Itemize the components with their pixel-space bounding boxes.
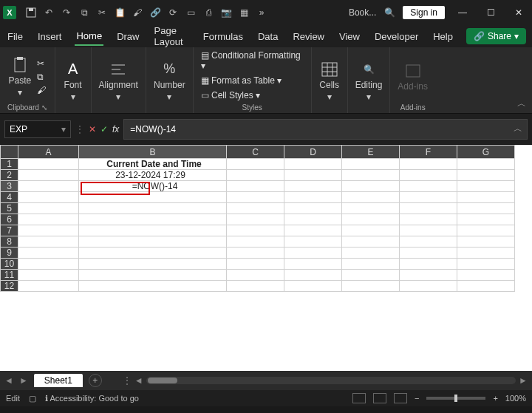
zoom-slider[interactable] [426, 397, 485, 400]
zoom-out-button[interactable]: − [415, 394, 419, 403]
editing-button[interactable]: 🔍 Editing ▾ [355, 61, 383, 102]
cell[interactable] [79, 281, 227, 292]
tab-insert[interactable]: Insert [36, 28, 64, 45]
maximize-button[interactable]: ☐ [480, 2, 501, 23]
cell[interactable] [400, 248, 457, 259]
cell[interactable] [400, 181, 457, 192]
cell[interactable] [457, 181, 515, 192]
cell[interactable] [400, 236, 457, 248]
row-header-2[interactable]: 2 [1, 170, 18, 181]
cell[interactable] [284, 248, 342, 259]
paste-icon[interactable]: 📋 [114, 7, 126, 18]
scroll-right-icon[interactable]: ► [519, 375, 528, 386]
cell[interactable] [227, 181, 284, 192]
cell[interactable] [342, 203, 400, 214]
cell[interactable] [284, 181, 342, 192]
row-header-10[interactable]: 10 [1, 259, 18, 270]
conditional-formatting-button[interactable]: ▤ Conditional Formatting ▾ [201, 50, 304, 71]
print-icon[interactable]: ⎙ [202, 7, 214, 18]
more-icon[interactable]: » [256, 7, 267, 18]
cell[interactable] [400, 203, 457, 214]
dialog-launcher-icon[interactable]: ⤡ [41, 103, 47, 112]
redo-icon[interactable]: ↷ [61, 7, 72, 18]
cell[interactable] [227, 214, 284, 225]
sheet-area[interactable]: A B C D E F G 1Current Date and Time 223… [0, 145, 532, 371]
cell[interactable] [227, 159, 284, 170]
cell[interactable] [284, 225, 342, 236]
alignment-button[interactable]: Alignment ▾ [99, 61, 138, 102]
cell[interactable] [18, 214, 79, 225]
cell[interactable] [284, 259, 342, 270]
col-header-c[interactable]: C [227, 146, 284, 159]
cell[interactable] [284, 192, 342, 203]
cell[interactable] [284, 214, 342, 225]
tab-help[interactable]: Help [432, 28, 454, 45]
macro-record-icon[interactable]: ▢ [29, 394, 36, 403]
tab-page-layout[interactable]: Page Layout [153, 22, 190, 50]
cell[interactable] [400, 192, 457, 203]
cell[interactable] [342, 192, 400, 203]
cell[interactable] [227, 170, 284, 181]
cell[interactable] [227, 259, 284, 270]
cell[interactable] [18, 181, 79, 192]
cell[interactable] [457, 270, 515, 281]
refresh-icon[interactable]: ⟳ [167, 7, 179, 18]
cell[interactable] [18, 281, 79, 292]
tab-draw[interactable]: Draw [115, 28, 140, 45]
page-break-view-button[interactable] [394, 393, 407, 403]
cell-styles-button[interactable]: ▭ Cell Styles ▾ [201, 90, 260, 100]
cell[interactable] [342, 159, 400, 170]
format-as-table-button[interactable]: ▦ Format as Table ▾ [201, 75, 282, 86]
accessibility-status[interactable]: ℹ Accessibility: Good to go [45, 394, 139, 403]
cell[interactable] [18, 236, 79, 248]
cell[interactable] [284, 203, 342, 214]
search-icon[interactable]: 🔍 [383, 7, 395, 18]
cell[interactable] [342, 225, 400, 236]
name-box[interactable]: EXP ▾ [4, 120, 71, 138]
cell[interactable] [18, 248, 79, 259]
expand-formula-bar-icon[interactable]: ︿ [514, 123, 522, 135]
row-header-12[interactable]: 12 [1, 281, 18, 292]
minimize-button[interactable]: — [452, 2, 473, 23]
cell[interactable] [342, 236, 400, 248]
cell[interactable] [227, 225, 284, 236]
cell[interactable] [227, 270, 284, 281]
tab-developer[interactable]: Developer [373, 28, 420, 45]
col-header-d[interactable]: D [284, 146, 342, 159]
cell[interactable] [284, 281, 342, 292]
row-header-7[interactable]: 7 [1, 225, 18, 236]
cell[interactable] [400, 270, 457, 281]
cell[interactable] [227, 203, 284, 214]
cell-b4[interactable] [79, 192, 227, 203]
share-button[interactable]: 🔗 Share ▾ [466, 28, 526, 44]
add-sheet-button[interactable]: + [89, 374, 102, 387]
cell[interactable] [79, 214, 227, 225]
cell-a1[interactable] [18, 159, 79, 170]
tab-formulas[interactable]: Formulas [202, 28, 245, 45]
row-header-1[interactable]: 1 [1, 159, 18, 170]
cell[interactable] [227, 248, 284, 259]
cell[interactable] [342, 170, 400, 181]
row-header-9[interactable]: 9 [1, 248, 18, 259]
cell[interactable] [400, 225, 457, 236]
cell[interactable] [342, 248, 400, 259]
row-header-11[interactable]: 11 [1, 270, 18, 281]
select-all-corner[interactable] [1, 146, 18, 159]
tab-data[interactable]: Data [256, 28, 279, 45]
cell[interactable] [400, 214, 457, 225]
cell[interactable] [400, 170, 457, 181]
format-painter-icon[interactable]: 🖌 [132, 7, 143, 18]
sign-in-button[interactable]: Sign in [403, 6, 445, 19]
prev-sheet-icon[interactable]: ◄ [4, 375, 13, 386]
cell[interactable] [18, 192, 79, 203]
workbook-name[interactable]: Book... [349, 7, 376, 18]
row-header-3[interactable]: 3 [1, 181, 18, 192]
cell[interactable] [342, 181, 400, 192]
col-header-f[interactable]: F [400, 146, 457, 159]
close-button[interactable]: ✕ [508, 2, 529, 23]
cut-icon[interactable]: ✂ [96, 7, 108, 18]
cell[interactable] [457, 214, 515, 225]
cell[interactable] [284, 170, 342, 181]
cell[interactable] [284, 270, 342, 281]
addins-button[interactable]: Add-ins [398, 62, 428, 92]
